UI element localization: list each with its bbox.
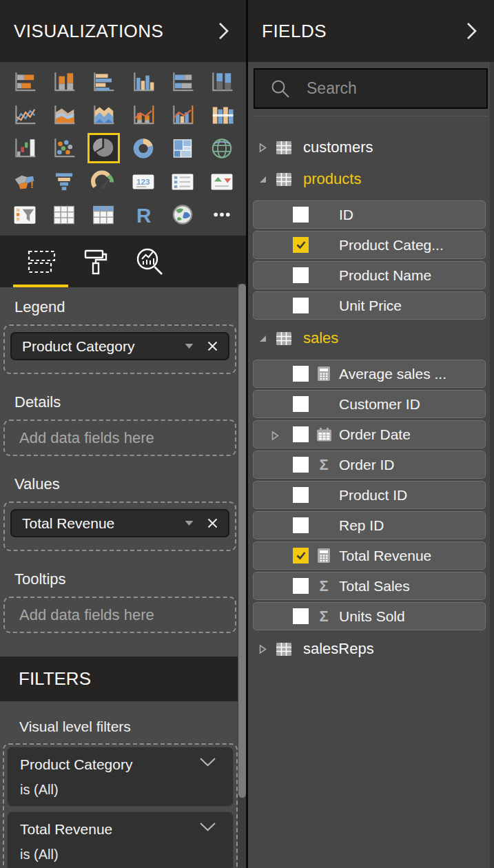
visual-level-filters-well[interactable]: Product Categoryis (All)Total Revenueis … [3,743,238,868]
viz-type-arcgis-map[interactable] [166,199,198,229]
field-item-total-revenue[interactable]: Total Revenue [253,541,486,570]
field-item-product-categ[interactable]: Product Categ... [253,231,486,259]
expand-field-icon[interactable] [271,431,280,441]
filters-header: FILTERS [0,657,246,701]
field-pill-product-category[interactable]: Product Category [10,332,229,360]
table-item-salesReps[interactable]: salesReps [258,639,494,659]
viz-type-clustered-column-chart[interactable] [127,67,159,97]
collapse-fields-pane-icon[interactable] [466,21,477,41]
filter-card-total-revenue[interactable]: Total Revenueis (All) [7,812,234,868]
field-item-order-date[interactable]: Order Date [253,420,486,448]
field-item-product-name[interactable]: Product Name [253,261,486,289]
viz-type-100-stacked-bar-chart[interactable] [166,67,198,97]
field-checkbox[interactable] [293,517,309,533]
filter-card-product-category[interactable]: Product Categoryis (All) [7,747,234,807]
chevron-down-icon[interactable] [184,520,194,526]
field-item-order-id[interactable]: ΣOrder ID [253,451,486,479]
viz-type-area-chart[interactable] [48,100,80,130]
field-checkbox[interactable] [293,207,309,223]
field-checkbox[interactable] [293,396,309,412]
viz-type-slicer[interactable] [8,199,41,229]
viz-type-line-and-stacked-column-chart[interactable] [127,100,159,130]
field-label: Order ID [339,457,395,473]
field-pill-total-revenue[interactable]: Total Revenue [10,509,229,537]
viz-type-100-stacked-column-chart[interactable] [206,67,238,97]
field-checkbox[interactable] [293,578,309,594]
viz-type-line-and-clustered-column-chart[interactable] [166,100,198,130]
viz-type-filled-map[interactable]: ! [8,166,41,196]
viz-type-stacked-column-chart[interactable] [48,67,80,97]
scrollbar-thumb[interactable] [238,284,246,798]
field-item-product-id[interactable]: Product ID [253,481,486,509]
remove-field-icon[interactable] [207,340,218,352]
field-checkbox[interactable] [293,366,309,382]
fields-scrollbar-track[interactable] [490,62,494,868]
field-item-customer-id[interactable]: Customer ID [253,390,486,418]
viz-type-treemap[interactable] [166,133,198,163]
chevron-down-icon[interactable] [184,343,194,349]
expand-table-icon[interactable] [258,143,268,153]
tab-analytics[interactable] [123,238,177,286]
visualizations-scrollbar[interactable] [238,284,246,868]
viz-type-ribbon-chart[interactable] [206,100,238,130]
viz-type-matrix[interactable] [88,199,120,229]
viz-type-funnel[interactable] [48,166,80,196]
field-checkbox[interactable] [293,457,309,473]
field-checkbox[interactable] [293,548,309,564]
table-item-sales[interactable]: sales [258,328,494,349]
field-checkbox[interactable] [293,426,309,442]
search-input[interactable] [305,79,466,99]
well-dropzone-tooltips[interactable]: Add data fields here [3,597,236,633]
viz-type-stacked-bar-chart[interactable] [8,67,41,97]
viz-type-table[interactable] [48,199,80,229]
viz-type-r-script[interactable]: R [127,199,159,229]
visualizations-pane: VISUALIZATIONS !123R LegendProduct Categ… [0,0,246,868]
viz-type-line-chart[interactable] [8,100,41,130]
viz-type-gauge[interactable] [88,166,120,196]
tab-format[interactable] [68,238,123,286]
viz-type-more-options[interactable] [206,199,238,229]
collapse-visualizations-pane-icon[interactable] [218,21,229,41]
field-checkbox[interactable] [293,267,309,283]
tab-fields[interactable] [14,238,68,286]
well-dropzone-values[interactable]: Total Revenue [3,502,236,551]
table-item-products[interactable]: products [258,169,494,189]
table-item-customers[interactable]: customers [258,137,494,158]
field-item-total-sales[interactable]: ΣTotal Sales [253,572,486,600]
expand-table-icon[interactable] [258,644,268,654]
viz-type-pie-chart[interactable] [88,133,120,163]
field-item-unit-price[interactable]: Unit Price [253,291,486,320]
field-label: Total Revenue [339,548,431,564]
viz-type-multi-row-card[interactable] [166,166,198,196]
viz-type-donut-chart[interactable] [127,133,159,163]
remove-field-icon[interactable] [207,517,218,529]
viz-type-clustered-bar-chart[interactable] [88,67,120,97]
chevron-down-icon[interactable] [199,757,216,767]
field-item-id[interactable]: ID [253,200,486,229]
collapse-table-icon[interactable] [258,175,268,184]
viz-type-card[interactable]: 123 [127,166,159,196]
field-checkbox[interactable] [293,298,309,313]
collapse-table-icon[interactable] [258,334,268,343]
viz-type-kpi[interactable] [206,166,238,196]
search-box[interactable] [254,68,488,109]
well-dropzone-legend[interactable]: Product Category [3,324,236,374]
field-item-rep-id[interactable]: Rep ID [253,511,486,539]
field-checkbox[interactable] [293,608,309,624]
svg-text:!: ! [30,178,33,190]
field-label: Product Categ... [339,237,444,254]
field-checkbox[interactable] [293,237,309,253]
field-label: Total Sales [339,578,410,595]
field-checkbox[interactable] [293,487,309,503]
field-label: Average sales ... [339,366,446,382]
field-item-units-sold[interactable]: ΣUnits Sold [253,602,486,630]
viz-type-map[interactable] [206,133,238,163]
well-placeholder: Add data fields here [19,429,154,447]
fields-group-products: IDProduct Categ...Product NameUnit Price [258,200,494,320]
chevron-down-icon[interactable] [199,822,216,831]
viz-type-stacked-area-chart[interactable] [88,100,120,130]
viz-type-waterfall-chart[interactable] [8,133,41,163]
well-dropzone-details[interactable]: Add data fields here [3,420,236,456]
viz-type-scatter-chart[interactable] [48,133,80,163]
field-item-average-sales[interactable]: Average sales ... [253,360,486,388]
